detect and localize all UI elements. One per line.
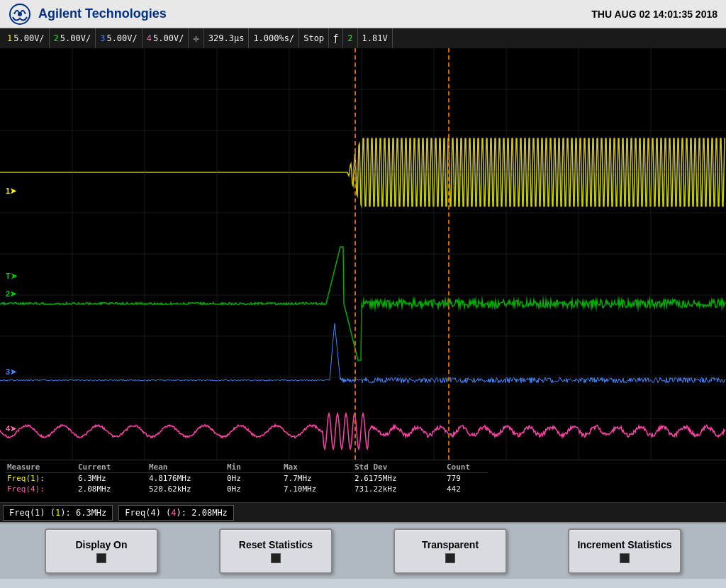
meas-header-mean: Mean: [147, 462, 225, 473]
ch4-marker: 4➤: [6, 424, 16, 433]
meas-row2-count: 442: [445, 484, 488, 494]
meas-row1-max: 7.7MHz: [282, 473, 353, 484]
meas-row2-min: 0Hz: [225, 484, 282, 494]
meas-row2-stddev: 731.22kHz: [353, 484, 445, 494]
time-scale: 1.000%s/: [249, 28, 299, 48]
ch3-scale: 3 5.00V/: [96, 28, 143, 48]
meas-row2-label: Freq(4):: [6, 484, 77, 494]
meas-row2-current: 2.08MHz: [77, 484, 147, 494]
meas-row1-mean: 4.8176MHz: [147, 473, 225, 484]
trigger-mode: Stop: [299, 28, 329, 48]
meas-row1-count: 779: [445, 473, 488, 484]
svg-point-1: [18, 12, 22, 16]
freq4-label: Freq(4) (4): 2.08MHz: [125, 508, 228, 518]
meas-row1-label: Freq(1):: [6, 473, 77, 484]
display-on-button[interactable]: Display On: [45, 528, 158, 574]
ch1-marker: 1➤: [6, 187, 16, 196]
button-row: Display On Reset Statistics Transparent …: [0, 522, 726, 579]
display-on-checkbox: [96, 553, 106, 563]
header: Agilent Technologies THU AUG 02 14:01:35…: [0, 0, 726, 28]
status-bar: Freq(1) (1): 6.3MHz Freq(4) (4): 2.08MHz: [0, 502, 726, 522]
transparent-button[interactable]: Transparent: [393, 528, 507, 574]
transparent-checkbox: [445, 553, 455, 563]
ch2-level-marker: 2➤: [6, 289, 16, 299]
meas-header-max: Max: [282, 462, 353, 473]
scope-screen: 1➤ T➤ 2➤ 3➤ 4➤: [0, 48, 726, 460]
cursor-time: 329.3µs: [204, 28, 250, 48]
crosshair-icon: ✛: [189, 28, 203, 48]
meas-row2-max: 7.10MHz: [282, 484, 353, 494]
increment-stats-checkbox: [620, 553, 630, 563]
agilent-logo-icon: [9, 3, 31, 26]
meas-header-count: Count: [445, 462, 488, 473]
toolbar: 1 5.00V/ 2 5.00V/ 3 5.00V/ 4 5.00V/ ✛ 32…: [0, 28, 726, 48]
datetime: THU AUG 02 14:01:35 2018: [591, 9, 717, 20]
meas-header-current: Current: [77, 462, 147, 473]
header-left: Agilent Technologies: [9, 3, 167, 26]
increment-statistics-button[interactable]: Increment Statistics: [568, 528, 681, 574]
reset-statistics-button[interactable]: Reset Statistics: [219, 528, 333, 574]
ch2-marker: T➤: [6, 272, 17, 281]
trigger-level: 1.81V: [358, 28, 393, 48]
trigger-channel: 2: [343, 28, 357, 48]
meas-row1-current: 6.3MHz: [77, 473, 147, 484]
reset-stats-checkbox: [271, 553, 281, 563]
ch4-scale: 4 5.00V/: [143, 28, 189, 48]
ch1-scale: 1 5.00V/: [3, 28, 50, 48]
ch3-marker: 3➤: [6, 367, 16, 377]
meas-header-stddev: Std Dev: [353, 462, 445, 473]
measurement-table: Measure Current Mean Min Max Std Dev Cou…: [0, 460, 726, 502]
meas-header-min: Min: [225, 462, 282, 473]
company-name: Agilent Technologies: [38, 6, 167, 21]
meas-row2-mean: 520.62kHz: [147, 484, 225, 494]
freq1-label: Freq(1) (1): 6.3MHz: [9, 508, 106, 518]
ch2-scale: 2 5.00V/: [50, 28, 96, 48]
meas-header-measure: Measure: [6, 462, 77, 473]
freq1-status: Freq(1) (1): 6.3MHz: [3, 505, 113, 521]
freq4-status: Freq(4) (4): 2.08MHz: [118, 505, 234, 521]
meas-row1-stddev: 2.6175MHz: [353, 473, 445, 484]
meas-row1-min: 0Hz: [225, 473, 282, 484]
waveform-canvas: [0, 48, 726, 460]
trigger-edge: ƒ: [329, 28, 343, 48]
